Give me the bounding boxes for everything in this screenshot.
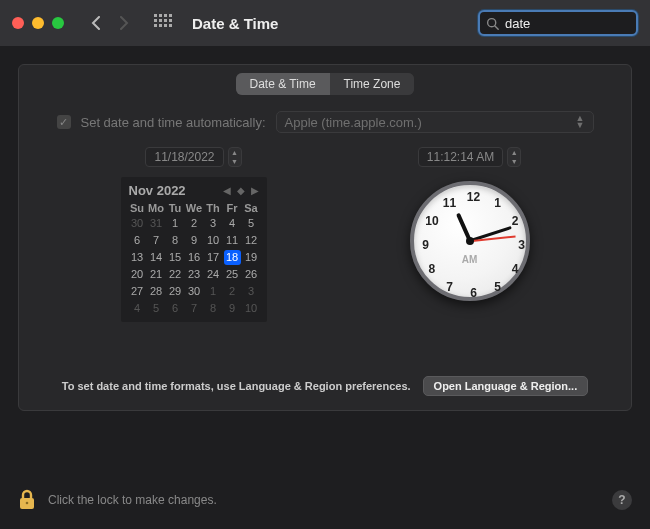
calendar-day[interactable]: 27: [129, 284, 146, 299]
calendar-day[interactable]: 10: [243, 301, 260, 316]
calendar-day[interactable]: 3: [243, 284, 260, 299]
show-all-button[interactable]: [154, 14, 172, 32]
calendar-day[interactable]: 13: [129, 250, 146, 265]
calendar-day[interactable]: 22: [167, 267, 184, 282]
calendar-day[interactable]: 6: [167, 301, 184, 316]
clock-number: 2: [512, 214, 519, 228]
open-language-region-button[interactable]: Open Language & Region...: [423, 376, 589, 396]
calendar-day[interactable]: 7: [148, 233, 165, 248]
calendar-day[interactable]: 9: [186, 233, 203, 248]
time-field[interactable]: 11:12:14 AM ▲▼: [418, 147, 521, 167]
calendar-month-label: Nov 2022: [129, 183, 186, 198]
search-icon: [486, 17, 499, 30]
calendar-day[interactable]: 10: [205, 233, 222, 248]
tab-date-time[interactable]: Date & Time: [236, 73, 330, 95]
calendar-today-icon[interactable]: ◆: [237, 185, 245, 196]
calendar-day[interactable]: 8: [167, 233, 184, 248]
minimize-window-button[interactable]: [32, 17, 44, 29]
calendar-day[interactable]: 8: [205, 301, 222, 316]
calendar-day[interactable]: 9: [224, 301, 241, 316]
calendar-day[interactable]: 6: [129, 233, 146, 248]
clock-number: 7: [446, 280, 453, 294]
date-field[interactable]: 11/18/2022 ▲▼: [145, 147, 241, 167]
calendar-day[interactable]: 28: [148, 284, 165, 299]
calendar-dow: Mo: [148, 202, 165, 214]
svg-line-1: [495, 25, 498, 28]
titlebar: Date & Time ✕: [0, 0, 650, 46]
lock-icon[interactable]: [18, 489, 36, 511]
date-field-value: 11/18/2022: [145, 147, 223, 167]
tab-time-zone[interactable]: Time Zone: [330, 73, 415, 95]
clock-number: 3: [518, 238, 525, 252]
clock-number: 12: [467, 190, 480, 204]
calendar-dow: Su: [129, 202, 146, 214]
time-server-value: Apple (time.apple.com.): [285, 115, 422, 130]
calendar-next-icon[interactable]: ▶: [251, 185, 259, 196]
calendar-day[interactable]: 2: [186, 216, 203, 231]
calendar-day[interactable]: 30: [129, 216, 146, 231]
clock-number: 6: [470, 286, 477, 300]
calendar-day[interactable]: 12: [243, 233, 260, 248]
back-button[interactable]: [86, 11, 106, 35]
calendar-day[interactable]: 25: [224, 267, 241, 282]
calendar-day[interactable]: 16: [186, 250, 203, 265]
clock-number: 1: [494, 196, 501, 210]
calendar-day[interactable]: 23: [186, 267, 203, 282]
search-input[interactable]: [505, 16, 650, 31]
window-title: Date & Time: [192, 15, 278, 32]
time-server-select[interactable]: Apple (time.apple.com.) ▲▼: [276, 111, 594, 133]
date-column: 11/18/2022 ▲▼ Nov 2022 ◀ ◆ ▶ SuMoTuWeThF…: [121, 147, 267, 322]
calendar-nav: ◀ ◆ ▶: [223, 185, 259, 196]
auto-set-row: ✓ Set date and time automatically: Apple…: [19, 111, 631, 133]
format-hint-row: To set date and time formats, use Langua…: [19, 376, 631, 396]
clock-center-pin: [466, 237, 474, 245]
calendar-day[interactable]: 21: [148, 267, 165, 282]
clock-number: 11: [443, 196, 456, 210]
calendar-day[interactable]: 4: [224, 216, 241, 231]
calendar-day[interactable]: 1: [167, 216, 184, 231]
preferences-panel: Date & Time Time Zone ✓ Set date and tim…: [18, 64, 632, 411]
time-stepper[interactable]: ▲▼: [507, 147, 521, 167]
window-controls: [12, 17, 64, 29]
calendar-day[interactable]: 31: [148, 216, 165, 231]
clock-number: 8: [429, 262, 436, 276]
close-window-button[interactable]: [12, 17, 24, 29]
calendar-day[interactable]: 30: [186, 284, 203, 299]
calendar-dow: Th: [205, 202, 222, 214]
format-hint-text: To set date and time formats, use Langua…: [62, 380, 411, 392]
help-button[interactable]: ?: [612, 490, 632, 510]
clock-number: 10: [425, 214, 438, 228]
calendar-day[interactable]: 29: [167, 284, 184, 299]
calendar-day[interactable]: 19: [243, 250, 260, 265]
calendar-dow: Fr: [224, 202, 241, 214]
calendar-day[interactable]: 15: [167, 250, 184, 265]
search-field[interactable]: ✕: [478, 10, 638, 36]
calendar-dow: Tu: [167, 202, 184, 214]
calendar-day[interactable]: 5: [148, 301, 165, 316]
clock-number: 4: [512, 262, 519, 276]
zoom-window-button[interactable]: [52, 17, 64, 29]
calendar-day[interactable]: 24: [205, 267, 222, 282]
calendar-day[interactable]: 4: [129, 301, 146, 316]
calendar-day[interactable]: 20: [129, 267, 146, 282]
calendar-day[interactable]: 7: [186, 301, 203, 316]
lock-hint-text: Click the lock to make changes.: [48, 493, 217, 507]
calendar-day[interactable]: 1: [205, 284, 222, 299]
calendar-day[interactable]: 18: [224, 250, 241, 265]
time-field-value: 11:12:14 AM: [418, 147, 503, 167]
forward-button[interactable]: [114, 11, 134, 35]
calendar-day[interactable]: 14: [148, 250, 165, 265]
calendar-day[interactable]: 17: [205, 250, 222, 265]
calendar[interactable]: Nov 2022 ◀ ◆ ▶ SuMoTuWeThFrSa30311234567…: [121, 177, 267, 322]
calendar-dow: Sa: [243, 202, 260, 214]
calendar-day[interactable]: 26: [243, 267, 260, 282]
auto-set-checkbox[interactable]: ✓: [57, 115, 71, 129]
calendar-day[interactable]: 5: [243, 216, 260, 231]
calendar-prev-icon[interactable]: ◀: [223, 185, 231, 196]
analog-clock: AM 121234567891011: [410, 181, 530, 301]
calendar-day[interactable]: 3: [205, 216, 222, 231]
clock-ampm-label: AM: [462, 254, 478, 265]
calendar-day[interactable]: 11: [224, 233, 241, 248]
calendar-day[interactable]: 2: [224, 284, 241, 299]
date-stepper[interactable]: ▲▼: [228, 147, 242, 167]
